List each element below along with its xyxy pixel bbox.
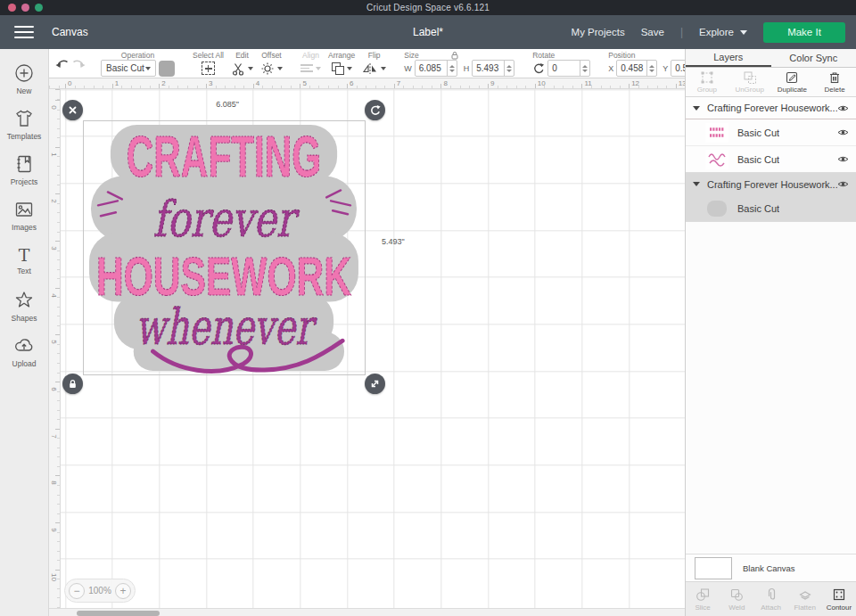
rotate-group: Rotate 0 xyxy=(529,49,594,78)
sidebar-item-label: Text xyxy=(17,267,31,275)
design-word-forever: forever xyxy=(153,190,300,248)
sidebar-item-text[interactable]: T Text xyxy=(0,238,48,283)
offset-button[interactable]: Offset xyxy=(257,49,286,78)
height-stepper[interactable] xyxy=(504,61,514,76)
layer-group-row-2[interactable]: Crafting Forever Housework... xyxy=(686,173,856,195)
layer-group-label: Crafting Forever Housework... xyxy=(707,103,837,113)
select-all-button[interactable]: Select All xyxy=(189,49,227,78)
ruler-top: 012345678910111213 xyxy=(49,78,685,89)
sidebar-item-templates[interactable]: Templates xyxy=(0,102,48,147)
arrange-button[interactable]: Arrange xyxy=(325,49,358,78)
align-label: Align xyxy=(302,51,319,60)
flip-button[interactable]: Flip xyxy=(358,49,390,78)
sidebar-item-shapes[interactable]: Shapes xyxy=(0,283,48,329)
new-plus-icon xyxy=(13,62,35,84)
slice-button: Slice xyxy=(686,582,720,616)
rotate-stepper[interactable] xyxy=(580,61,589,76)
offset-icon xyxy=(260,62,275,76)
contour-button[interactable]: Contour xyxy=(822,582,856,616)
group-button: Group xyxy=(686,68,728,96)
flatten-button: Flatten xyxy=(788,582,822,616)
design-word-crafting: CRAFTING xyxy=(127,124,321,189)
selection-bounding-box[interactable]: CRAFTING forever HOUSEWORK whenever xyxy=(83,120,366,375)
delete-handle[interactable] xyxy=(62,100,83,120)
canvas-color-swatch[interactable] xyxy=(695,557,732,579)
window-title: Cricut Design Space v6.6.121 xyxy=(0,3,856,12)
redo-button[interactable] xyxy=(70,49,86,78)
height-input[interactable]: 5.493 xyxy=(472,60,514,77)
blank-canvas-label: Blank Canvas xyxy=(743,563,795,573)
lock-icon[interactable] xyxy=(449,51,460,60)
selection-height-label: 5.493" xyxy=(382,237,405,246)
chevron-down-icon[interactable] xyxy=(693,106,700,111)
eye-icon[interactable] xyxy=(837,128,849,136)
rotate-handle[interactable] xyxy=(365,100,385,120)
position-x-stepper[interactable] xyxy=(646,61,656,76)
ruler-tick-label: 4 xyxy=(256,79,259,87)
y-axis-label: Y xyxy=(663,64,668,73)
horizontal-scrollbar[interactable] xyxy=(49,608,685,616)
sidebar-item-images[interactable]: Images xyxy=(0,193,48,238)
sidebar-item-new[interactable]: New xyxy=(0,56,48,102)
color-swatch[interactable] xyxy=(159,61,175,77)
titlebar: Cricut Design Space v6.6.121 xyxy=(0,0,856,15)
attach-label: Attach xyxy=(761,604,781,612)
sidebar-item-projects[interactable]: Projects xyxy=(0,147,48,193)
ruler-tick-label: 10 xyxy=(538,79,546,87)
select-all-icon xyxy=(202,62,215,75)
layer-label: Basic Cut xyxy=(737,154,779,165)
redo-icon xyxy=(70,57,86,70)
paperclip-icon xyxy=(764,587,778,602)
ruler-tick-label: 5 xyxy=(302,79,306,87)
delete-button[interactable]: Delete xyxy=(813,68,856,96)
position-x-input[interactable]: 0.458 xyxy=(616,60,657,77)
ruler-tick-label: 10 xyxy=(50,572,58,581)
scissors-icon xyxy=(231,62,245,76)
rotate-input[interactable]: 0 xyxy=(547,60,590,77)
chevron-down-icon xyxy=(248,67,253,70)
layer-thumbnail xyxy=(705,150,728,169)
eye-icon[interactable] xyxy=(837,155,849,163)
close-icon xyxy=(67,104,78,116)
layer-row-basic-cut-1[interactable]: Basic Cut xyxy=(686,119,856,146)
sidebar-item-upload[interactable]: Upload xyxy=(0,329,48,374)
contour-icon xyxy=(832,587,846,602)
edit-toolbar: Operation Basic Cut Select All Edit Offs… xyxy=(49,49,685,78)
x-axis-label: X xyxy=(608,64,613,73)
layers-panel: Layers Color Sync Group UnGroup Duplicat… xyxy=(685,49,856,616)
width-input[interactable]: 6.085 xyxy=(415,60,457,77)
layer-row-basic-cut-3[interactable]: Basic Cut xyxy=(686,195,856,222)
lock-handle[interactable] xyxy=(62,374,83,394)
design-word-whenever: whenever xyxy=(136,298,317,356)
ruler-tick-label: 12 xyxy=(631,79,639,87)
layer-row-basic-cut-2[interactable]: Basic Cut xyxy=(686,146,856,173)
tab-layers[interactable]: Layers xyxy=(686,49,771,67)
position-x-value: 0.458 xyxy=(617,63,646,73)
layer-group-row-1[interactable]: Crafting Forever Housework... xyxy=(686,97,856,119)
zoom-out-button[interactable]: − xyxy=(69,583,85,599)
operation-dropdown[interactable]: Basic Cut xyxy=(101,60,156,77)
selection-width-label: 6.085" xyxy=(198,100,257,109)
sticker-design[interactable]: CRAFTING forever HOUSEWORK whenever xyxy=(84,121,365,374)
eye-icon[interactable] xyxy=(837,104,849,112)
resize-handle[interactable] xyxy=(365,374,385,394)
group-icon xyxy=(700,70,714,85)
ruler-tick-label: 9 xyxy=(50,526,58,535)
document-title[interactable]: Label* xyxy=(0,26,856,38)
chevron-down-icon[interactable] xyxy=(693,182,700,186)
zoom-in-button[interactable]: + xyxy=(115,583,131,599)
duplicate-icon xyxy=(785,70,799,85)
flip-label: Flip xyxy=(368,51,381,60)
ungroup-button: UnGroup xyxy=(728,68,771,96)
group-label: Group xyxy=(697,86,717,94)
cloud-upload-icon xyxy=(13,335,35,357)
slice-icon xyxy=(696,587,710,602)
app-window: Cricut Design Space v6.6.121 Canvas Labe… xyxy=(0,0,856,616)
width-stepper[interactable] xyxy=(447,61,457,76)
undo-button[interactable] xyxy=(54,49,70,78)
duplicate-button[interactable]: Duplicate xyxy=(771,68,814,96)
edit-button[interactable]: Edit xyxy=(227,49,257,78)
tab-color-sync[interactable]: Color Sync xyxy=(771,49,856,67)
eye-icon[interactable] xyxy=(837,180,849,188)
scrollbar-thumb[interactable] xyxy=(77,611,160,616)
